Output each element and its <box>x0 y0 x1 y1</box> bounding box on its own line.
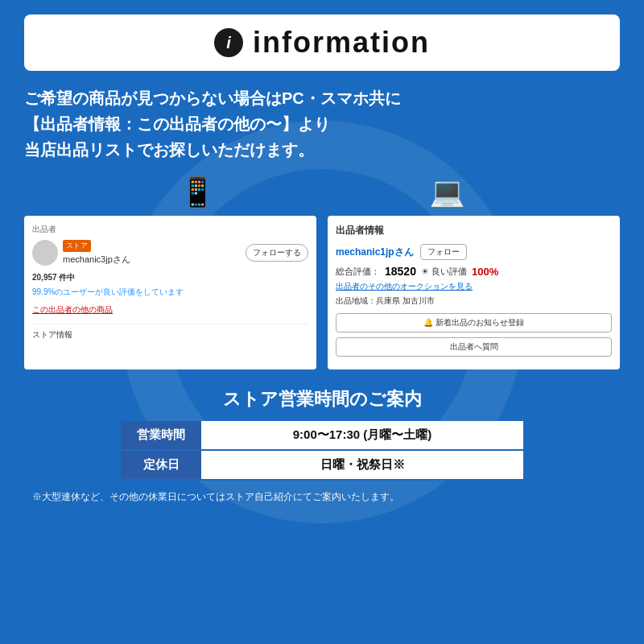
seller-avatar-left <box>32 240 58 266</box>
header-box: i information <box>24 14 620 71</box>
computer-icon: 💻 <box>429 175 465 209</box>
seller-info-title: 出品者情報 <box>336 224 612 237</box>
stats-left: 20,957 件中 <box>32 272 308 283</box>
location-text: 出品地域：兵庫県 加古川市 <box>336 295 612 307</box>
intro-text: ご希望の商品が見つからない場合はPC・スマホ共に 【出品者情報：この出品者の他の… <box>24 85 620 163</box>
store-hours-section: ストア営業時間のご案内 営業時間 9:00〜17:30 (月曜〜土曜) 定休日 … <box>24 387 620 504</box>
hours-label: 営業時間 <box>121 421 201 450</box>
follow-button-left[interactable]: フォローする <box>246 244 308 262</box>
store-badge: ストア <box>63 240 91 252</box>
good-percent: 100% <box>472 266 498 278</box>
section-label-left: 出品者 <box>32 224 308 235</box>
follow-button-right[interactable]: フォロー <box>420 244 467 260</box>
intro-line3: 当店出品リストでお探しいただけます。 <box>24 137 620 163</box>
holiday-label: 定休日 <box>121 450 201 480</box>
table-row-hours: 営業時間 9:00〜17:30 (月曜〜土曜) <box>121 421 523 450</box>
count-left: 20,957 件中 <box>32 273 75 282</box>
page-title: information <box>253 26 430 60</box>
rating-row: 総合評価： 18520 ☀ 良い評価 100% <box>336 265 612 278</box>
smartphone-icon: 📱 <box>180 175 216 209</box>
seller-name-left: mechanic3jpさん <box>63 254 246 266</box>
good-rating-left: 99.9%のユーザーが良い評価をしています <box>32 287 308 298</box>
seller-name-block-left: ストア mechanic3jpさん <box>63 240 246 266</box>
good-label: ☀ 良い評価 <box>421 266 467 278</box>
other-items-link[interactable]: この出品者の他の商品 <box>32 304 308 316</box>
name-row-right: mechanic1jpさん フォロー <box>336 244 612 260</box>
table-row-holiday: 定休日 日曜・祝祭日※ <box>121 450 523 480</box>
seller-row-left: ストア mechanic3jpさん フォローする <box>32 240 308 266</box>
notify-button[interactable]: 🔔 新着出品のお知らせ登録 <box>336 313 612 332</box>
device-icons-row: 📱 💻 <box>24 175 620 209</box>
screenshot-left: 出品者 ストア mechanic3jpさん フォローする 20,957 件中 9… <box>24 216 316 369</box>
holiday-value: 日曜・祝祭日※ <box>201 450 523 480</box>
rating-number: 18520 <box>385 265 416 278</box>
intro-line2: 【出品者情報：この出品者の他の〜】より <box>24 111 620 137</box>
screenshot-right: 出品者情報 mechanic1jpさん フォロー 総合評価： 18520 ☀ 良… <box>328 216 620 369</box>
hours-note: ※大型連休など、その他の休業日についてはストア自己紹介にてご案内いたします。 <box>24 490 620 504</box>
intro-line1: ご希望の商品が見つからない場合はPC・スマホ共に <box>24 85 620 111</box>
info-icon: i <box>214 28 243 57</box>
store-hours-title: ストア営業時間のご案内 <box>24 387 620 411</box>
auction-link[interactable]: 出品者のその他のオークションを見る <box>336 281 612 292</box>
rating-label: 総合評価： <box>336 266 380 278</box>
hours-table: 営業時間 9:00〜17:30 (月曜〜土曜) 定休日 日曜・祝祭日※ <box>121 421 523 481</box>
screenshots-row: 出品者 ストア mechanic3jpさん フォローする 20,957 件中 9… <box>24 216 620 369</box>
question-button[interactable]: 出品者へ質問 <box>336 337 612 357</box>
hours-value: 9:00〜17:30 (月曜〜土曜) <box>201 421 523 450</box>
seller-name-right: mechanic1jpさん <box>336 246 414 259</box>
store-info-left: ストア情報 <box>32 329 308 341</box>
divider-left <box>32 324 308 324</box>
